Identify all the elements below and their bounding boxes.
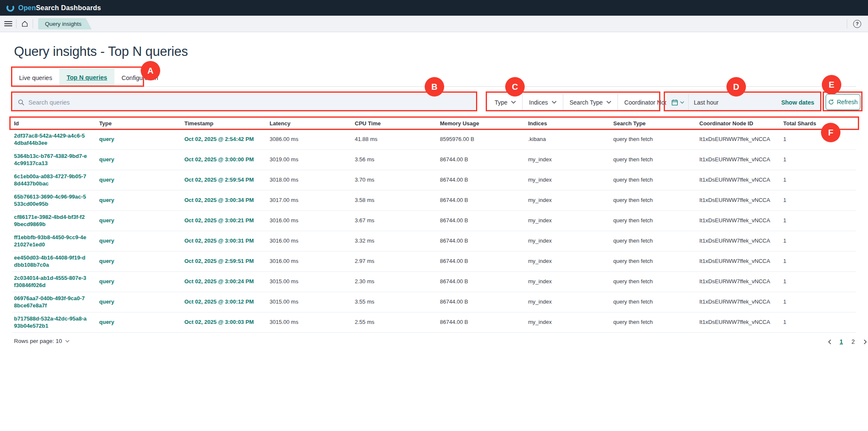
tab-top-n-queries[interactable]: Top N queries: [59, 69, 114, 87]
search-input[interactable]: [28, 99, 470, 106]
column-header-node: Coordinator Node ID: [697, 117, 781, 130]
cell-memory: 86744.00 B: [438, 312, 526, 332]
cell-id[interactable]: b717588d-532a-42dc-95a8-a93b04e572b1: [12, 312, 97, 332]
cell-timestamp[interactable]: Oct 02, 2025 @ 3:00:03 PM: [182, 312, 267, 332]
cell-latency: 3019.00 ms: [267, 150, 353, 170]
cell-indices: my_index: [526, 292, 611, 312]
logo-text-open: Open: [18, 4, 36, 11]
cell-timestamp[interactable]: Oct 02, 2025 @ 3:00:31 PM: [182, 231, 267, 251]
table-row: cf86171e-3982-4bd4-bf3f-f29becd9869bquer…: [12, 211, 856, 231]
date-quick-select-button[interactable]: [666, 94, 689, 111]
cell-type[interactable]: query: [97, 272, 182, 292]
cell-type[interactable]: query: [97, 251, 182, 271]
cell-indices: my_index: [526, 251, 611, 271]
opensearch-logo-icon: [6, 3, 15, 12]
menu-button[interactable]: [0, 16, 16, 32]
refresh-button[interactable]: Refresh: [826, 94, 860, 110]
cell-type[interactable]: query: [97, 191, 182, 210]
table-row: ee450d03-4b16-4408-9f19-ddbb108b7c0aquer…: [12, 251, 856, 272]
search-bar: [13, 94, 476, 111]
cell-indices: .kibana: [526, 130, 611, 149]
cell-timestamp[interactable]: Oct 02, 2025 @ 3:00:12 PM: [182, 292, 267, 312]
cell-timestamp[interactable]: Oct 02, 2025 @ 3:00:00 PM: [182, 150, 267, 170]
cell-search_type: query then fetch: [611, 312, 697, 332]
tab-live-queries[interactable]: Live queries: [12, 69, 59, 87]
cell-shards: 1: [781, 251, 856, 271]
pagination: 1 2: [825, 337, 868, 347]
cell-cpu: 3.56 ms: [353, 150, 438, 170]
cell-latency: 3086.00 ms: [267, 130, 353, 149]
date-range-value[interactable]: Last hour: [689, 99, 718, 106]
cell-latency: 3016.00 ms: [267, 231, 353, 251]
calendar-icon: [671, 99, 678, 106]
filter-search-type[interactable]: Search Type: [563, 94, 618, 111]
cell-shards: 1: [781, 130, 856, 149]
annotation-badge-c: C: [505, 77, 525, 97]
cell-timestamp[interactable]: Oct 02, 2025 @ 3:00:24 PM: [182, 272, 267, 292]
cell-latency: 3018.00 ms: [267, 170, 353, 190]
cell-cpu: 2.97 ms: [353, 251, 438, 271]
cell-id[interactable]: 6c1eb00a-a083-4727-9b05-78d4437b0bac: [12, 170, 97, 190]
home-button[interactable]: [17, 16, 33, 32]
cell-search_type: query then fetch: [611, 150, 697, 170]
cell-node: It1xDsEURWW7ffek_vNCCA: [697, 312, 781, 332]
cell-node: It1xDsEURWW7ffek_vNCCA: [697, 170, 781, 190]
cell-memory: 86744.00 B: [438, 292, 526, 312]
cell-id[interactable]: 5364b13c-b767-4382-9bd7-e4c99137ca13: [12, 150, 97, 170]
cell-timestamp[interactable]: Oct 02, 2025 @ 3:00:21 PM: [182, 211, 267, 231]
chevron-down-icon: [65, 340, 70, 343]
filter-indices[interactable]: Indices: [523, 94, 562, 111]
cell-type[interactable]: query: [97, 170, 182, 190]
cell-type[interactable]: query: [97, 231, 182, 251]
cell-indices: my_index: [526, 272, 611, 292]
refresh-icon: [828, 99, 834, 105]
column-header-indices: Indices: [526, 117, 611, 130]
filter-group: Type Indices Search Type Coordinator Nod…: [488, 94, 693, 111]
cell-timestamp[interactable]: Oct 02, 2025 @ 2:54:42 PM: [182, 130, 267, 149]
rows-per-page-selector[interactable]: Rows per page: 10: [14, 338, 70, 344]
cell-timestamp[interactable]: Oct 02, 2025 @ 2:59:51 PM: [182, 251, 267, 271]
page-button-1[interactable]: 1: [837, 337, 846, 347]
logo-text-rest: Search Dashboards: [36, 4, 101, 11]
cell-id[interactable]: 2df37ac8-542a-4429-a4c6-54dbaf44b3ee: [12, 130, 97, 149]
cell-shards: 1: [781, 150, 856, 170]
help-icon[interactable]: ?: [853, 20, 861, 28]
cell-type[interactable]: query: [97, 211, 182, 231]
next-page-button[interactable]: [860, 337, 868, 347]
cell-type[interactable]: query: [97, 130, 182, 149]
cell-node: It1xDsEURWW7ffek_vNCCA: [697, 251, 781, 271]
cell-type[interactable]: query: [97, 150, 182, 170]
cell-timestamp[interactable]: Oct 02, 2025 @ 3:00:34 PM: [182, 191, 267, 210]
table-row: 6c1eb00a-a083-4727-9b05-78d4437b0bacquer…: [12, 170, 856, 191]
cell-search_type: query then fetch: [611, 191, 697, 210]
cell-type[interactable]: query: [97, 292, 182, 312]
column-header-search_type: Search Type: [611, 117, 697, 130]
cell-id[interactable]: ee450d03-4b16-4408-9f19-ddbb108b7c0a: [12, 251, 97, 271]
annotation-badge-d: D: [726, 77, 746, 97]
annotation-badge-b: B: [425, 77, 444, 97]
cell-cpu: 3.70 ms: [353, 170, 438, 190]
cell-id[interactable]: cf86171e-3982-4bd4-bf3f-f29becd9869b: [12, 211, 97, 231]
previous-page-button[interactable]: [825, 337, 834, 347]
cell-timestamp[interactable]: Oct 02, 2025 @ 2:59:54 PM: [182, 170, 267, 190]
cell-id[interactable]: 06976aa7-040b-493f-9ca0-78bce67e8a7f: [12, 292, 97, 312]
cell-shards: 1: [781, 191, 856, 210]
cell-type[interactable]: query: [97, 312, 182, 332]
cell-id[interactable]: 2c034014-ab1d-4555-807e-3f30846f026d: [12, 272, 97, 292]
breadcrumb-query-insights[interactable]: Query insights: [38, 18, 92, 30]
cell-search_type: query then fetch: [611, 231, 697, 251]
chevron-down-icon: [680, 101, 684, 104]
cell-indices: my_index: [526, 191, 611, 210]
search-icon: [18, 99, 25, 106]
cell-id[interactable]: ff1ebbfb-93b8-4450-9cc9-4e21027e1ed0: [12, 231, 97, 251]
nav-bar: Query insights ?: [0, 16, 868, 32]
cell-node: It1xDsEURWW7ffek_vNCCA: [697, 130, 781, 149]
cell-latency: 3017.00 ms: [267, 191, 353, 210]
show-dates-button[interactable]: Show dates: [781, 99, 820, 106]
cell-id[interactable]: 65b76613-3690-4c96-99ac-5533cd00e95b: [12, 191, 97, 210]
annotation-badge-f: F: [821, 123, 840, 142]
query-insights-page: OpenSearch Dashboards Query insights ? Q…: [0, 0, 868, 431]
cell-cpu: 2.30 ms: [353, 272, 438, 292]
cell-memory: 86744.00 B: [438, 272, 526, 292]
page-button-2[interactable]: 2: [849, 337, 858, 347]
